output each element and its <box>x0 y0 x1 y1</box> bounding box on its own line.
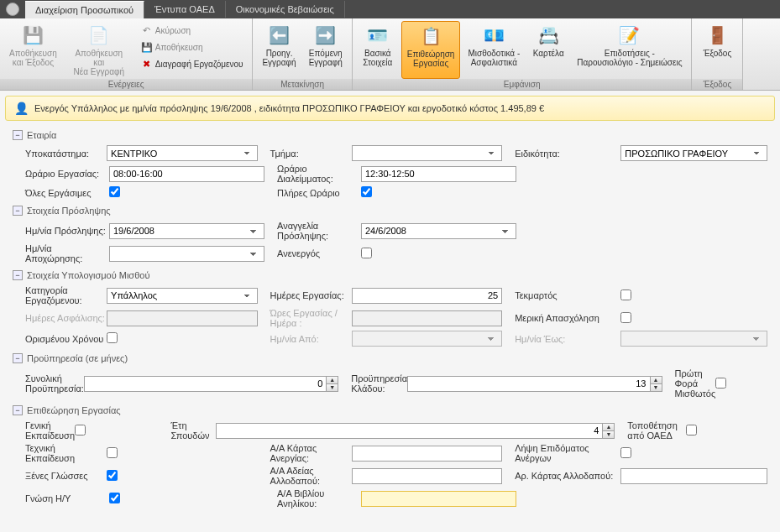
leavedate-label: Ημ/νία Αποχώρησης: <box>25 243 109 263</box>
parttime-checkbox[interactable] <box>620 312 631 323</box>
next-record-button[interactable]: ➡️ Επόμενη Εγγραφή <box>304 21 348 79</box>
first-time-checkbox[interactable] <box>715 378 726 389</box>
save-new-button[interactable]: 📄 Αποθήκευση και Νέα Εγγραφή <box>65 21 133 79</box>
basic-info-button[interactable]: 🪪 Βασικά Στοιχεία <box>357 21 399 79</box>
languages-checkbox[interactable] <box>107 470 118 481</box>
exit-label: Έξοδος <box>704 49 732 58</box>
breakhours-input[interactable] <box>361 166 516 182</box>
announcement-label: Αναγγελία Πρόσληψης: <box>277 221 361 241</box>
general-edu-label: Γενική Εκπαίδευση <box>25 420 75 441</box>
section-company-title: Εταιρία <box>27 130 56 140</box>
exit-button[interactable]: 🚪 Έξοδος <box>696 21 738 79</box>
tech-edu-checkbox[interactable] <box>107 447 118 458</box>
save-exit-button[interactable]: 💾 Αποθήκευση και Έξοδος <box>4 21 62 79</box>
total-exp-down[interactable]: ▼ <box>326 384 338 391</box>
card-button[interactable]: 📇 Καρτέλα <box>527 21 569 79</box>
total-exp-input[interactable] <box>84 376 338 392</box>
ribbon-group-actions-title: Ενέργειες <box>0 79 252 90</box>
tab-personnel[interactable]: Διαχείριση Προσωπικού <box>25 1 144 18</box>
oaed-place-checkbox[interactable] <box>686 425 697 436</box>
fulltime-checkbox[interactable] <box>361 186 372 197</box>
save-label: Αποθήκευση <box>155 43 203 52</box>
announcement-input[interactable]: 24/6/2008 <box>361 223 516 239</box>
minor-book-label: Α/Α Βιβλίου Ανηλίκου: <box>277 488 361 509</box>
branch-exp-up[interactable]: ▲ <box>650 377 662 384</box>
section-inspection-title: Επιθεώρηση Εργασίας <box>27 405 121 415</box>
department-select[interactable] <box>352 145 503 161</box>
prev-label: Προηγ. Εγγραφή <box>262 49 296 67</box>
info-bar-text: Ενεργός Υπάλληλος με ημ/νία πρόσληψης 19… <box>34 103 544 113</box>
inspection-label: Επιθεώρηση Εργασίας <box>407 50 455 68</box>
work-inspection-button[interactable]: 📋 Επιθεώρηση Εργασίας <box>401 21 461 79</box>
ribbon-group-view-title: Εμφάνιση <box>353 79 692 90</box>
total-exp-up[interactable]: ▲ <box>326 377 338 384</box>
allworkdays-checkbox[interactable] <box>109 186 120 197</box>
app-menu-button[interactable] <box>0 0 25 18</box>
study-years-down[interactable]: ▼ <box>602 431 614 438</box>
foreign-permit-input[interactable] <box>352 468 503 484</box>
save-icon: 💾 <box>141 41 153 53</box>
unemp-card-input[interactable] <box>352 446 503 462</box>
delete-button[interactable]: ✖ Διαγραφή Εργαζόμενου <box>138 56 247 71</box>
tekmartos-checkbox[interactable] <box>620 289 631 300</box>
insurance-days-input <box>107 310 258 326</box>
save-button[interactable]: 💾 Αποθήκευση <box>138 39 247 55</box>
collapse-inspection-icon[interactable]: − <box>13 405 23 415</box>
undo-button[interactable]: ↶ Ακύρωση <box>138 23 247 38</box>
computer-checkbox[interactable] <box>109 493 120 503</box>
study-years-up[interactable]: ▲ <box>602 424 614 431</box>
save-new-icon: 📄 <box>87 23 111 47</box>
payroll-button[interactable]: 💶 Μισθοδοτικά - Ασφαλιστικά <box>463 21 525 79</box>
hiredate-input[interactable]: 19/6/2008 <box>109 223 264 239</box>
unemp-benefit-checkbox[interactable] <box>620 447 631 458</box>
workdays-input[interactable] <box>352 288 503 304</box>
unemp-card-label: Α/Α Κάρτας Ανεργίας: <box>270 443 352 463</box>
oaed-place-label: Τοποθέτηση από ΟΑΕΔ <box>627 420 686 441</box>
subsidy-button[interactable]: 📝 Επιδοτήσεις - Παρουσιολόγιο - Σημειώσε… <box>572 21 687 79</box>
study-years-spinners: ▲ ▼ <box>602 424 614 438</box>
foreign-permit-label: Α/Α Αδείας Αλλοδαπού: <box>270 466 352 486</box>
languages-label: Ξένες Γλώσσες <box>25 471 107 481</box>
collapse-company-icon[interactable]: − <box>13 130 23 140</box>
general-edu-checkbox[interactable] <box>75 425 86 436</box>
category-select[interactable]: Υπάλληλος <box>107 288 258 304</box>
branch-exp-input[interactable] <box>407 376 662 392</box>
save-new-label: Αποθήκευση και Νέα Εγγραφή <box>70 49 128 76</box>
study-years-input[interactable] <box>216 423 615 439</box>
branch-select[interactable]: ΚΕΝΤΡΙΚΟ <box>107 145 258 161</box>
category-label: Κατηγορία Εργαζόμενου: <box>25 285 107 305</box>
minor-book-input[interactable] <box>361 491 516 507</box>
foreign-card-no-input[interactable] <box>620 468 767 484</box>
ribbon-group-exit: 🚪 Έξοδος Έξοδος <box>692 18 743 90</box>
user-active-icon: 👤 <box>14 102 28 115</box>
specialty-label: Ειδικότητα: <box>515 149 620 159</box>
section-experience-title: Προϋπηρεσία (σε μήνες) <box>27 353 128 363</box>
ribbon-group-nav-title: Μετακίνηση <box>253 79 351 90</box>
section-inspection: − Επιθεώρηση Εργασίας Γενική Εκπαίδευση … <box>13 405 767 509</box>
specialty-select[interactable]: ΠΡΟΣΩΠΙΚΟ ΓΡΑΦΕΙΟΥ <box>620 145 767 161</box>
leavedate-input[interactable] <box>109 246 264 262</box>
branch-exp-down[interactable]: ▼ <box>650 384 662 391</box>
section-experience: − Προϋπηρεσία (σε μήνες) Συνολική Προϋπη… <box>13 353 767 399</box>
workhours-input[interactable] <box>109 166 264 182</box>
inactive-checkbox[interactable] <box>361 248 372 258</box>
ribbon-group-view: 🪪 Βασικά Στοιχεία 📋 Επιθεώρηση Εργασίας … <box>353 18 693 90</box>
undo-icon: ↶ <box>141 24 153 36</box>
ribbon-group-exit-title: Έξοδος <box>692 79 742 90</box>
fulltime-label: Πλήρες Ωράριο <box>277 188 361 198</box>
collapse-hiring-icon[interactable]: − <box>13 206 23 216</box>
tab-oaed[interactable]: Έντυπα ΟΑΕΔ <box>144 1 226 18</box>
tab-financial[interactable]: Οικονομικές Βεβαιώσεις <box>226 1 345 18</box>
form-content: − Εταιρία Υποκατάστημα: ΚΕΝΤΡΙΚΟ Τμήμα: … <box>0 126 780 519</box>
collapse-experience-icon[interactable]: − <box>13 353 23 363</box>
collapse-salary-icon[interactable]: − <box>13 270 23 280</box>
section-salary-title: Στοιχεία Υπολογισμού Μισθού <box>27 270 149 280</box>
insurance-days-label: Ημέρες Ασφάλισης: <box>25 313 107 323</box>
section-salary: − Στοιχεία Υπολογισμού Μισθού Κατηγορία … <box>13 270 767 347</box>
fixed-term-checkbox[interactable] <box>107 332 118 343</box>
tech-edu-label: Τεχνική Εκπαίδευση <box>25 443 107 463</box>
workdays-label: Ημέρες Εργασίας: <box>270 290 352 300</box>
top-tab-bar: Διαχείριση Προσωπικού Έντυπα ΟΑΕΔ Οικονο… <box>0 0 780 18</box>
ribbon-small-buttons: ↶ Ακύρωση 💾 Αποθήκευση ✖ Διαγραφή Εργαζό… <box>136 21 249 79</box>
prev-record-button[interactable]: ⬅️ Προηγ. Εγγραφή <box>257 21 301 79</box>
